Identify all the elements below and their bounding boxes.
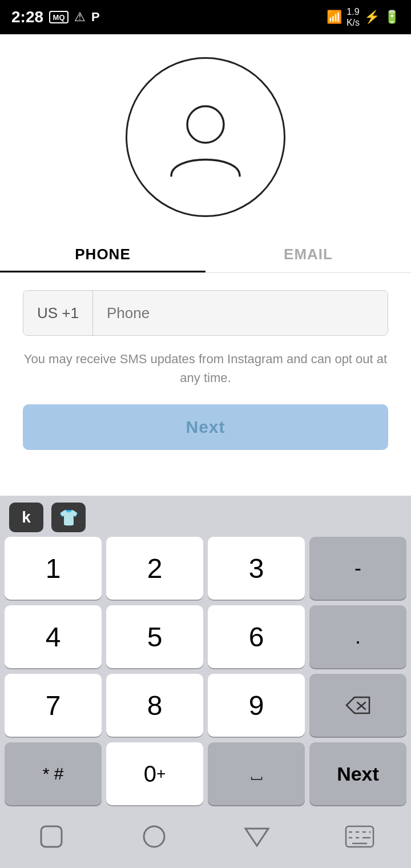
key-4[interactable]: 4: [5, 605, 102, 668]
keyboard-toolbar: k 👕: [0, 496, 411, 537]
keyboard-row-3: 7 8 9: [5, 674, 406, 737]
key-dash[interactable]: -: [309, 537, 406, 600]
status-time: 2:28: [11, 8, 43, 26]
svg-rect-3: [41, 826, 62, 847]
keyboard-container: k 👕 1 2 3 - 4 5 6 . 7 8 9: [0, 496, 411, 868]
warning-icon: ⚠: [74, 10, 86, 25]
key-dot[interactable]: .: [309, 605, 406, 668]
key-9[interactable]: 9: [208, 674, 305, 737]
k-icon: k: [22, 508, 31, 527]
key-star-hash[interactable]: * #: [5, 742, 102, 805]
tab-phone[interactable]: PHONE: [0, 234, 206, 272]
shirt-icon: 👕: [59, 508, 79, 527]
keyboard-k-btn[interactable]: k: [9, 503, 43, 532]
tab-indicator: [0, 271, 206, 272]
backspace-icon: [344, 695, 372, 716]
sms-notice: You may receive SMS updates from Instagr…: [23, 349, 388, 387]
key-5[interactable]: 5: [106, 605, 203, 668]
key-3[interactable]: 3: [208, 537, 305, 600]
nav-home-icon[interactable]: [37, 822, 66, 851]
svg-marker-5: [245, 829, 268, 846]
country-code[interactable]: US +1: [23, 291, 93, 335]
nav-circle-icon[interactable]: [139, 822, 169, 851]
charging-icon: ⚡: [364, 10, 380, 25]
key-delete[interactable]: [309, 674, 406, 737]
key-1[interactable]: 1: [5, 537, 102, 600]
keyboard-row-2: 4 5 6 .: [5, 605, 406, 668]
input-container: US +1: [23, 290, 388, 336]
status-icons-left: MQ ⚠ P: [49, 10, 100, 25]
key-6[interactable]: 6: [208, 605, 305, 668]
battery-icon: 🔋: [384, 10, 400, 25]
parking-icon: P: [91, 10, 100, 25]
status-icons-right: 📶 1.9K/s ⚡ 🔋: [327, 6, 400, 28]
main-content: PHONE EMAIL US +1 You may receive SMS up…: [0, 34, 411, 450]
network-speed: 1.9K/s: [346, 6, 360, 28]
key-next[interactable]: Next: [309, 742, 406, 805]
key-0-plus[interactable]: 0 +: [106, 742, 203, 805]
keyboard-row-1: 1 2 3 -: [5, 537, 406, 600]
avatar-icon: [160, 91, 251, 183]
keyboard-rows: 1 2 3 - 4 5 6 . 7 8 9: [0, 537, 411, 811]
key-7[interactable]: 7: [5, 674, 102, 737]
tabs-container: PHONE EMAIL: [0, 234, 411, 273]
nav-back-icon[interactable]: [242, 822, 272, 851]
key-8[interactable]: 8: [106, 674, 203, 737]
next-btn-container: Next: [23, 404, 388, 450]
qmg-icon: MQ: [49, 11, 68, 23]
wifi-icon: 📶: [327, 10, 342, 25]
key-2[interactable]: 2: [106, 537, 203, 600]
nav-keyboard-icon[interactable]: [345, 825, 374, 848]
status-bar: 2:28 MQ ⚠ P 📶 1.9K/s ⚡ 🔋: [0, 0, 411, 34]
avatar-circle[interactable]: [126, 57, 285, 217]
next-button[interactable]: Next: [23, 404, 388, 450]
avatar-container: [0, 34, 411, 234]
phone-input[interactable]: [93, 291, 388, 335]
keyboard-row-4: * # 0 + ⎵ Next: [5, 742, 406, 805]
key-space[interactable]: ⎵: [208, 742, 305, 805]
nav-bar: [0, 811, 411, 868]
phone-input-wrapper: US +1: [23, 290, 388, 336]
svg-point-0: [187, 106, 224, 143]
svg-point-4: [144, 826, 164, 847]
keyboard-shirt-btn[interactable]: 👕: [51, 503, 86, 532]
tab-email[interactable]: EMAIL: [206, 234, 411, 272]
